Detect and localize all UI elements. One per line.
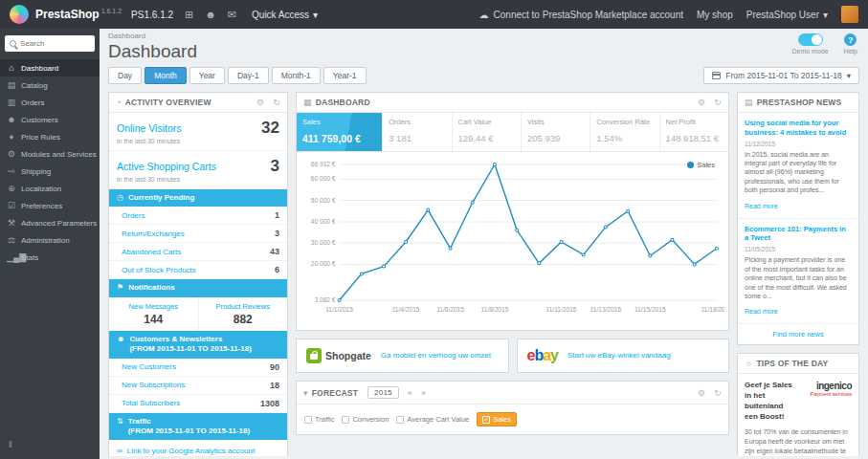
kpi-sales[interactable]: Sales411 759,00 €	[297, 113, 383, 151]
sidebar-item-price-rules[interactable]: ♦Price Rules	[0, 128, 100, 145]
sidebar-item-dashboard[interactable]: ⌂Dashboard	[0, 59, 100, 76]
gear-icon[interactable]: ⚙	[698, 98, 705, 107]
sidebar-item-stats[interactable]: ▁▄▇Stats	[0, 249, 100, 266]
product-reviews-cell[interactable]: Product Reviews 882	[199, 297, 288, 331]
refresh-icon[interactable]: ↻	[714, 388, 722, 398]
read-more-link[interactable]: Read more	[745, 203, 778, 209]
online-visitors-link[interactable]: Online Visitors	[117, 122, 182, 134]
sidebar-item-advanced-parameters[interactable]: ⚒Advanced Parameters	[0, 214, 100, 231]
sidebar-item-label: Catalog	[21, 81, 48, 90]
range-day-1-button[interactable]: Day-1	[228, 67, 269, 84]
sidebar-item-preferences[interactable]: ☑Preferences	[0, 197, 100, 214]
gear-icon[interactable]: ⚙	[256, 98, 264, 107]
news-article-link[interactable]: Using social media for your business: 4 …	[745, 119, 852, 138]
kpi-conversion-rate[interactable]: Conversion Rate1.54%	[590, 113, 659, 151]
range-day-button[interactable]: Day	[108, 67, 142, 84]
row-link[interactable]: Orders	[122, 211, 145, 220]
toggle-knob	[812, 34, 822, 45]
sidebar-item-shipping[interactable]: ⇨Shipping	[0, 163, 100, 180]
kpi-visits[interactable]: Visits205 939	[522, 113, 590, 151]
brand-version: 1.6.1.2	[101, 8, 122, 14]
pending-row-returns: Return/Exchanges3	[109, 225, 287, 243]
active-carts-link[interactable]: Active Shopping Carts	[117, 161, 216, 172]
range-month-button[interactable]: Month	[145, 67, 187, 84]
row-value: 1	[275, 210, 279, 220]
refresh-icon[interactable]: ↻	[714, 98, 722, 107]
find-more-news-link[interactable]: Find more news	[738, 324, 858, 344]
forecast-toggle-average-cart-value[interactable]: Average Cart Value	[396, 415, 469, 424]
range-year-button[interactable]: Year	[189, 67, 225, 84]
range-month-1-button[interactable]: Month-1	[272, 67, 321, 84]
user-menu[interactable]: PrestaShop User ▾	[746, 10, 828, 20]
ebay-promo-link[interactable]: Start uw eBay-winkel vandaag	[568, 351, 671, 361]
row-link[interactable]: New Subscriptions	[122, 381, 185, 389]
sidebar-item-label: Orders	[21, 98, 44, 107]
forecast-year-select[interactable]: 2015	[367, 386, 399, 399]
forecast-toggle-conversion[interactable]: Conversion	[342, 415, 389, 424]
news-article-link[interactable]: Ecommerce 101: Payments in a Tweet	[745, 225, 852, 244]
quick-access-label: Quick Access	[252, 10, 309, 20]
sidebar-item-customers[interactable]: ☻Customers	[0, 111, 100, 128]
kpi-net-profit[interactable]: Net Profit148 918,51 €	[660, 113, 728, 151]
customers-icon: ☻	[7, 115, 16, 124]
chart-legend[interactable]: Sales	[687, 161, 715, 169]
cart-icon[interactable]: ⊞	[185, 9, 193, 21]
sidebar-collapse-button[interactable]: ‖	[0, 430, 100, 459]
help-icon[interactable]: ?	[844, 33, 857, 46]
kpi-cart-value[interactable]: Cart Value129,44 €	[453, 113, 522, 151]
customers-icon: ☻	[117, 335, 124, 344]
topbar: PrestaShop1.6.1.2 PS1.6.1.2 ⊞ ☻ ✉ Quick …	[0, 0, 868, 29]
customers-newsletters-header: ☻ Customers & Newsletters(FROM 2015-11-0…	[109, 331, 287, 359]
range-year-1-button[interactable]: Year-1	[323, 67, 367, 84]
row-link[interactable]: Return/Exchanges	[122, 230, 185, 238]
google-analytics-link[interactable]: ∞ Link to your Google Analytics account	[109, 440, 287, 456]
marketplace-link[interactable]: ☁ Connect to PrestaShop Marketplace acco…	[479, 10, 683, 20]
avatar[interactable]	[841, 6, 858, 23]
new-messages-cell[interactable]: New Messages 144	[109, 297, 199, 331]
row-link[interactable]: Total Subscribers	[122, 399, 180, 407]
prestashop-news-panel: ▤ PRESTASHOP NEWS Using social media for…	[737, 92, 859, 345]
my-shop-link[interactable]: My shop	[697, 10, 733, 20]
row-link[interactable]: Abandoned Carts	[122, 248, 181, 256]
gear-icon[interactable]: ⚙	[698, 388, 705, 398]
quick-access-menu[interactable]: Quick Access ▾	[252, 10, 318, 20]
search-input[interactable]	[20, 39, 85, 48]
row-value: 6	[275, 265, 279, 274]
sidebar-item-orders[interactable]: ▥Orders	[0, 94, 100, 111]
checkbox-icon	[396, 416, 404, 424]
customers-icon[interactable]: ☻	[205, 9, 216, 20]
advanced-parameters-icon: ⚒	[7, 218, 16, 228]
cell-label: New Messages	[113, 302, 194, 311]
shopgate-promo: Shopgate Ga mobiel en verhoog uw omzet	[296, 339, 509, 373]
sidebar-item-catalog[interactable]: ▤Catalog	[0, 76, 100, 94]
forecast-toggle-sales[interactable]: Sales	[477, 412, 517, 426]
section-title: Traffic	[128, 417, 151, 426]
panel-title: PRESTASHOP NEWS	[757, 98, 842, 107]
kpi-orders[interactable]: Orders3 181	[383, 113, 452, 151]
sales-chart-area: Sales 66 912 €60 000 €50 000 €40 000 €30…	[297, 152, 728, 330]
sidebar-item-modules[interactable]: ⚙Modules and Services	[0, 145, 100, 163]
forecast-next-button[interactable]: »	[421, 388, 426, 398]
sidebar-search[interactable]	[5, 35, 95, 52]
customers-row-new-subscriptions: New Subscriptions18	[109, 377, 287, 395]
breadcrumb[interactable]: Dashboard	[108, 32, 197, 40]
ebay-letter: b	[534, 347, 543, 363]
row-link[interactable]: Out of Stock Products	[122, 266, 196, 274]
messages-icon[interactable]: ✉	[228, 9, 236, 21]
shopgate-promo-link[interactable]: Ga mobiel en verhoog uw omzet	[381, 351, 491, 361]
sidebar-nav: ⌂Dashboard ▤Catalog ▥Orders ☻Customers ♦…	[0, 59, 100, 430]
row-link[interactable]: New Customers	[122, 362, 176, 371]
date-range-picker[interactable]: From 2015-11-01 To 2015-11-18 ▾	[703, 67, 859, 84]
svg-text:3 082 €: 3 082 €	[315, 296, 336, 303]
forecast-prev-button[interactable]: «	[408, 388, 412, 398]
brand-text: PrestaShop	[35, 8, 100, 21]
read-more-link[interactable]: Read more	[745, 308, 778, 315]
forecast-toggle-traffic[interactable]: Traffic	[304, 415, 334, 424]
demo-mode-toggle[interactable]	[798, 33, 823, 46]
refresh-icon[interactable]: ↻	[273, 98, 280, 107]
sidebar-item-localization[interactable]: ⊕Localization	[0, 180, 100, 197]
sidebar-item-administration[interactable]: ⚖Administration	[0, 231, 100, 249]
user-menu-label: PrestaShop User	[746, 10, 819, 20]
kpi-label: Orders	[389, 118, 445, 126]
calendar-icon	[712, 72, 721, 79]
